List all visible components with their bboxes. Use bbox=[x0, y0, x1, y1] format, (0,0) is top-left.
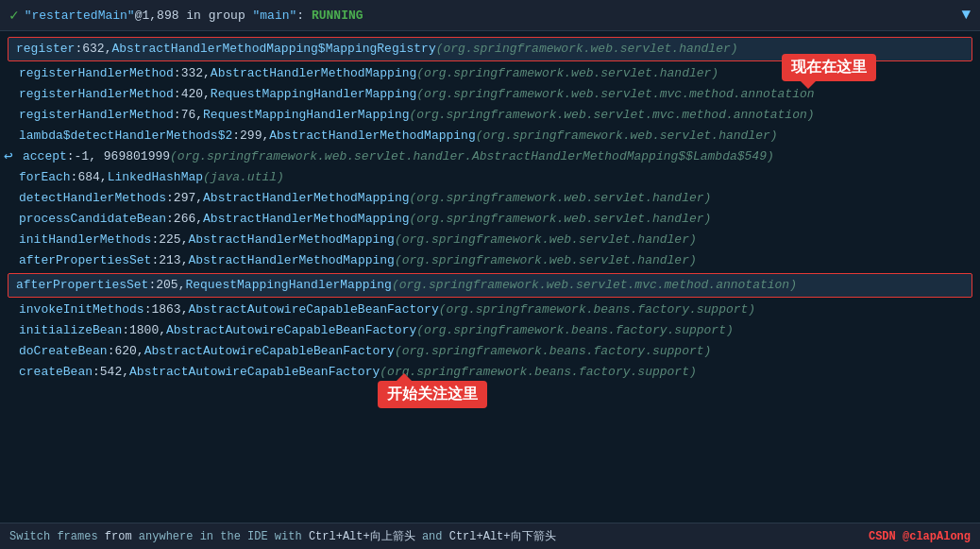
thread-name: "restartedMain" bbox=[25, 9, 135, 23]
header-left: ✓ "restartedMain"@1,898 in group "main":… bbox=[9, 6, 363, 25]
stack-line[interactable]: registerHandlerMethod:420, RequestMappin… bbox=[0, 84, 980, 105]
header-title: "restartedMain"@1,898 in group "main": R… bbox=[25, 9, 363, 23]
stack-line[interactable]: processCandidateBean:266, AbstractHandle… bbox=[0, 209, 980, 230]
check-icon: ✓ bbox=[9, 6, 19, 25]
annotation-bubble-2: 开始关注这里 bbox=[378, 381, 487, 408]
stack-line[interactable]: registerHandlerMethod:332, AbstractHandl… bbox=[0, 63, 980, 84]
stack-line[interactable]: lambda$detectHandlerMethods$2:299, Abstr… bbox=[0, 126, 980, 146]
group-name: "main" bbox=[253, 9, 297, 23]
filter-icon[interactable]: ▼ bbox=[961, 7, 971, 24]
class-name: AbstractHandlerMethodMapping$MappingRegi… bbox=[111, 40, 435, 59]
stack-line[interactable]: detectHandlerMethods:297, AbstractHandle… bbox=[0, 188, 980, 209]
stack-trace-panel: 现在在这里 register:632, AbstractHandlerMetho… bbox=[0, 31, 980, 523]
stack-line[interactable]: invokeInitMethods:1863, AbstractAutowire… bbox=[0, 300, 980, 320]
footer-brand: CSDN @clapAlong bbox=[869, 530, 971, 543]
stack-line[interactable]: afterPropertiesSet:213, AbstractHandlerM… bbox=[0, 250, 980, 271]
stack-line[interactable]: registerHandlerMethod:76, RequestMapping… bbox=[0, 105, 980, 126]
back-arrow-icon: ↩ bbox=[4, 147, 13, 166]
stack-line[interactable]: doCreateBean:620, AbstractAutowireCapabl… bbox=[0, 341, 980, 362]
stack-line[interactable]: initializeBean:1800, AbstractAutowireCap… bbox=[0, 320, 980, 341]
thread-status: RUNNING bbox=[312, 9, 363, 23]
header-bar: ✓ "restartedMain"@1,898 in group "main":… bbox=[0, 0, 980, 31]
package-name: (org.springframework.web.servlet.handler… bbox=[436, 40, 738, 59]
stack-line[interactable]: initHandlerMethods:225, AbstractHandlerM… bbox=[0, 230, 980, 250]
stack-line[interactable]: register:632, AbstractHandlerMethodMappi… bbox=[8, 37, 972, 61]
stack-line[interactable]: ↩ accept:-1, 969801999 (org.springframew… bbox=[0, 146, 980, 167]
stack-line[interactable]: forEach:684, LinkedHashMap (java.util) bbox=[0, 167, 980, 188]
stack-line[interactable]: createBean:542, AbstractAutowireCapableB… bbox=[0, 362, 980, 383]
keyword-from: from bbox=[105, 530, 132, 543]
footer-text: Switch frames from anywhere in the IDE w… bbox=[9, 528, 556, 544]
footer-bar: Switch frames from anywhere in the IDE w… bbox=[0, 523, 980, 549]
stack-line[interactable]: afterPropertiesSet:205, RequestMappingHa… bbox=[8, 273, 972, 298]
method-name: register bbox=[16, 40, 75, 59]
